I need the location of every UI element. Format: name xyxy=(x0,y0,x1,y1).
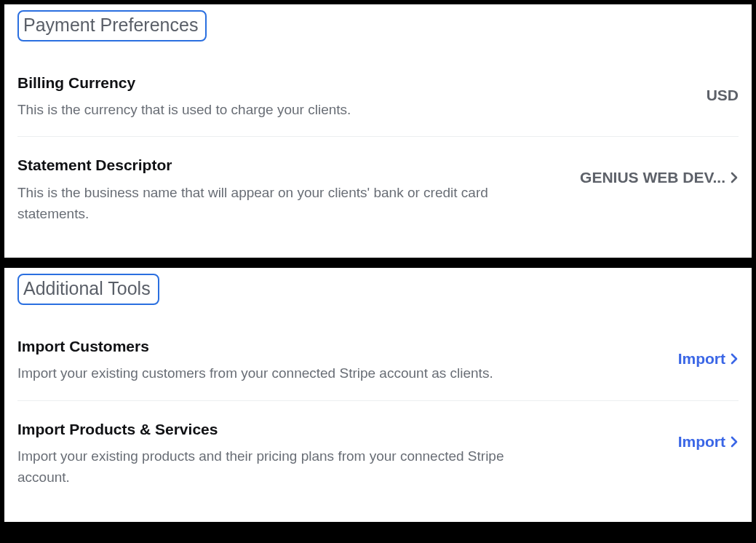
import-customers-action[interactable]: Import xyxy=(678,337,739,368)
import-products-text: Import Products & Services Import your e… xyxy=(17,420,658,488)
additional-tools-heading: Additional Tools xyxy=(17,274,159,305)
chevron-right-icon xyxy=(730,171,739,184)
import-customers-row: Import Customers Import your existing cu… xyxy=(17,337,739,400)
statement-descriptor-desc: This is the business name that will appe… xyxy=(17,182,541,225)
billing-currency-text: Billing Currency This is the currency th… xyxy=(17,74,686,121)
statement-descriptor-title: Statement Descriptor xyxy=(17,156,560,174)
billing-currency-value: USD xyxy=(707,87,739,104)
billing-currency-value-container: USD xyxy=(707,74,739,104)
statement-descriptor-value-container[interactable]: GENIUS WEB DEV... xyxy=(580,156,739,186)
import-customers-link[interactable]: Import xyxy=(678,350,725,368)
payment-preferences-heading: Payment Preferences xyxy=(17,10,207,41)
billing-currency-desc: This is the currency that is used to cha… xyxy=(17,99,541,120)
import-products-link[interactable]: Import xyxy=(678,433,725,451)
payment-preferences-panel: Payment Preferences Billing Currency Thi… xyxy=(4,4,752,258)
billing-currency-title: Billing Currency xyxy=(17,74,686,92)
additional-tools-panel: Additional Tools Import Customers Import… xyxy=(4,268,752,521)
import-products-action[interactable]: Import xyxy=(678,420,739,451)
chevron-right-icon xyxy=(730,435,739,448)
import-products-title: Import Products & Services xyxy=(17,420,658,438)
import-customers-desc: Import your existing customers from your… xyxy=(17,362,541,384)
import-products-row: Import Products & Services Import your e… xyxy=(17,400,739,504)
statement-descriptor-value: GENIUS WEB DEV... xyxy=(580,169,725,186)
statement-descriptor-row[interactable]: Statement Descriptor This is the busines… xyxy=(17,136,739,240)
statement-descriptor-text: Statement Descriptor This is the busines… xyxy=(17,156,560,224)
chevron-right-icon xyxy=(730,352,739,365)
billing-currency-row: Billing Currency This is the currency th… xyxy=(17,74,739,137)
import-customers-title: Import Customers xyxy=(17,337,658,355)
import-products-desc: Import your existing products and their … xyxy=(17,445,541,488)
import-customers-text: Import Customers Import your existing cu… xyxy=(17,337,658,384)
